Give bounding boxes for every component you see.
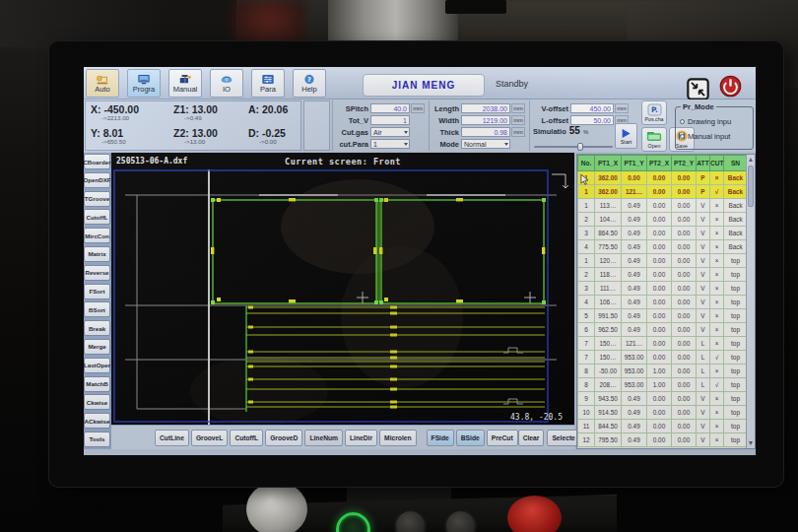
param-input[interactable]: 1219.00	[461, 115, 510, 125]
scroll-up-icon[interactable]	[749, 158, 753, 162]
start-button[interactable]: Start	[615, 123, 637, 149]
bottom-fside-button[interactable]: FSide	[427, 430, 454, 446]
pr-mode-option-2[interactable]: Manual input	[680, 129, 731, 144]
sidebar-item-ackwise[interactable]: ACkwise	[84, 413, 110, 429]
param-input[interactable]: 2038.00	[461, 103, 510, 113]
cell-att: V	[697, 213, 710, 227]
column-header-pt2y[interactable]: PT2_Y	[672, 156, 697, 171]
physical-dial[interactable]	[246, 482, 307, 532]
table-row[interactable]: 5991.500.490.000.00V×top	[578, 309, 748, 323]
table-row[interactable]: 7150…121…0.000.00L×top	[578, 337, 748, 351]
table-row[interactable]: 10914.500.490.000.00V×top	[578, 406, 748, 420]
nav-auto-button[interactable]: Auto	[86, 69, 119, 98]
column-header-sn[interactable]: SN	[724, 156, 748, 171]
cell-no: 1	[578, 185, 595, 199]
bottom-cutline-button[interactable]: CutLine	[155, 430, 189, 446]
table-row[interactable]: 9943.500.490.000.00V×top	[578, 392, 748, 406]
slider-thumb[interactable]	[577, 143, 583, 151]
sidebar-item-bsort[interactable]: BSort	[84, 301, 110, 317]
bottom-bside-button[interactable]: BSide	[456, 430, 485, 446]
table-row[interactable]: 3111…0.490.000.00V×top	[578, 282, 748, 296]
table-row[interactable]: 2118…0.490.000.00V×top	[578, 268, 748, 282]
sidebar-item-cutoffl[interactable]: CutoffL	[84, 209, 110, 225]
table-row[interactable]: 2104…0.490.000.00V×Back	[578, 213, 748, 227]
scroll-down-icon[interactable]	[749, 441, 753, 445]
table-row[interactable]: 8208…953.001.000.00L√top	[578, 378, 748, 392]
param-totv: Tot_V1	[336, 114, 428, 126]
sidebar-item-break[interactable]: Break	[84, 320, 110, 336]
param-input[interactable]: 0.98	[461, 127, 510, 137]
param-input[interactable]: 50.00	[570, 115, 614, 125]
nav-button-label: IO	[223, 86, 231, 94]
table-row[interactable]: 1362.000.000.000.00P×Back	[578, 171, 748, 185]
open-button[interactable]: Open	[641, 127, 667, 152]
table-row[interactable]: 8-50.00953.001.000.00L×top	[578, 365, 748, 378]
cell-pt2x: 0.00	[647, 185, 672, 199]
bottom-linedir-button[interactable]: LineDir	[345, 430, 377, 446]
simulation-value: 55	[569, 125, 580, 136]
sidebar-item-ckwise[interactable]: Ckwise	[84, 394, 110, 410]
table-row[interactable]: 1120…0.490.000.00V×top	[578, 254, 748, 268]
bottom-cutoffl-button[interactable]: CutoffL	[230, 430, 263, 446]
collapse-window-button[interactable]	[687, 78, 709, 100]
sidebar-item-merge[interactable]: Merge	[84, 339, 110, 355]
sidebar-item-reverse[interactable]: Reverse	[84, 265, 110, 281]
sidebar-item-tgroove[interactable]: TGroove	[84, 191, 110, 207]
simulation-slider[interactable]	[534, 144, 613, 150]
param-select[interactable]: 1	[370, 139, 410, 149]
param-input[interactable]: 450.00	[570, 103, 614, 113]
nav-help-button[interactable]: ?Help	[293, 69, 326, 98]
table-scrollbar[interactable]	[746, 155, 755, 448]
sidebar-item-mirccon[interactable]: MircCon	[84, 228, 110, 243]
param-select[interactable]: Normal	[461, 139, 510, 149]
sidebar-item-tools[interactable]: Tools	[84, 432, 110, 447]
bottom-microlen-button[interactable]: Microlen	[379, 430, 417, 446]
physical-stop-button[interactable]	[507, 496, 562, 532]
poscha-button[interactable]: P.Pos.cha	[641, 100, 667, 125]
cell-sn: top	[724, 282, 748, 296]
param-input[interactable]: 1	[370, 115, 410, 125]
table-row[interactable]: 12795.500.490.000.00V×top	[578, 433, 748, 447]
cad-canvas[interactable]: 250513-06-A.dxf Current screen: Front	[111, 153, 574, 425]
param-select[interactable]: Air	[370, 127, 410, 137]
cad-drawing[interactable]	[111, 169, 574, 425]
table-row[interactable]: 7150…953.000.000.00L√top	[578, 351, 748, 365]
column-header-pt1x[interactable]: PT1_X	[595, 156, 622, 171]
table-row[interactable]: 1113…0.490.000.00V×Back	[578, 199, 748, 213]
param-input[interactable]: 40.0	[370, 103, 410, 113]
bottom-grooved-button[interactable]: GrooveD	[265, 430, 302, 446]
sidebar-item-cboarder[interactable]: CBoarder	[84, 154, 110, 169]
nav-io-button[interactable]: IO	[210, 69, 243, 98]
bottom-precut-button[interactable]: PreCut	[487, 430, 518, 446]
power-button[interactable]	[719, 75, 742, 98]
sidebar-item-lastoper[interactable]: LastOper	[84, 358, 110, 373]
sidebar-item-matrix[interactable]: Matrix	[84, 246, 110, 262]
cell-cut: √	[710, 351, 724, 365]
column-header-cut[interactable]: CUT	[710, 156, 724, 171]
bottom-groovel-button[interactable]: GrooveL	[191, 430, 229, 446]
table-header-row: No.PT1_XPT1_YPT2_XPT2_YATTCUTSN	[578, 156, 748, 171]
nav-manual-button[interactable]: Manual	[168, 69, 202, 98]
table-row[interactable]: 4106…0.490.000.00V×top	[578, 296, 748, 309]
column-header-no[interactable]: No.	[578, 156, 595, 171]
sidebar-item-opendxf[interactable]: OpenDXF	[84, 172, 110, 188]
table-row[interactable]: 1362.00121…0.000.00P√Back	[578, 185, 748, 199]
nav-progra-button[interactable]: Progra	[127, 69, 161, 98]
bottom-clear-button[interactable]: Clear	[518, 430, 545, 446]
column-header-pt1y[interactable]: PT1_Y	[622, 156, 647, 171]
table-row[interactable]: 11844.500.490.000.00V×top	[578, 420, 748, 433]
sidebar-item-matchb[interactable]: MatchB	[84, 376, 110, 392]
column-header-att[interactable]: ATT	[697, 156, 710, 171]
pr-mode-option-1[interactable]: Drawing inpu	[680, 114, 731, 129]
cell-pt2x: 0.00	[647, 282, 672, 296]
param-value: 450.00	[590, 105, 611, 112]
scrollbar-thumb[interactable]	[748, 166, 754, 207]
nav-para-button[interactable]: Para	[251, 69, 285, 98]
table-row[interactable]: 4775.500.490.000.00V×Back	[578, 240, 748, 254]
cell-pt1x: 150…	[595, 351, 622, 365]
table-row[interactable]: 3864.500.490.000.00V×Back	[578, 227, 748, 240]
table-row[interactable]: 6962.500.490.000.00V×top	[578, 323, 748, 337]
bottom-linenum-button[interactable]: LineNum	[304, 430, 343, 446]
column-header-pt2x[interactable]: PT2_X	[647, 156, 672, 171]
sidebar-item-fsort[interactable]: FSort	[84, 284, 110, 299]
